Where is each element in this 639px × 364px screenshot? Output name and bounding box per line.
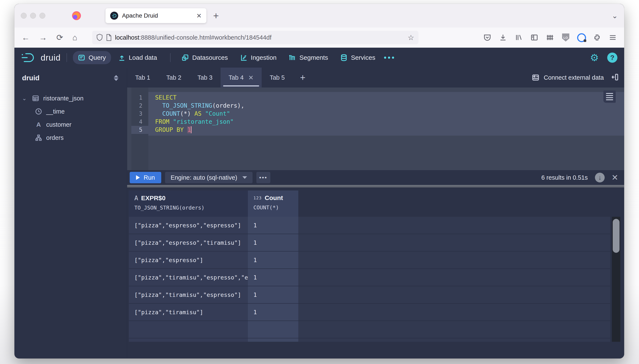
results-header-count[interactable]: 123Count COUNT(*) <box>248 190 298 217</box>
query-tab-2[interactable]: Tab 2 <box>158 68 190 88</box>
nav-item-datasources[interactable]: Datasources <box>176 51 233 64</box>
nav-item-label: Load data <box>129 54 157 61</box>
empty-cell <box>298 269 610 286</box>
close-window-button[interactable] <box>21 13 27 19</box>
result-cell[interactable]: 1 <box>248 269 298 286</box>
browser-tab[interactable]: Apache Druid ✕ <box>106 8 206 23</box>
result-cell[interactable] <box>248 321 298 338</box>
sidebars-icon[interactable] <box>530 33 538 42</box>
forward-icon[interactable]: → <box>39 34 47 42</box>
query-tab-1[interactable]: Tab 1 <box>127 68 158 88</box>
zoom-window-button[interactable] <box>40 13 45 19</box>
result-cell[interactable]: 1 <box>248 217 298 234</box>
engine-select[interactable]: Engine: auto (sql-native) <box>165 172 252 183</box>
editor-gutter: 12345 <box>131 88 148 170</box>
schema-switch-icon[interactable] <box>114 75 118 81</box>
sidebar-column-orders[interactable]: orders <box>22 131 127 144</box>
code-line[interactable]: FROM "ristorante_json" <box>148 118 624 126</box>
string-type-icon: A <box>134 194 138 202</box>
nav-item-services[interactable]: Services <box>335 51 380 64</box>
result-cell[interactable] <box>129 338 248 342</box>
chevron-down-icon[interactable]: ⌄ <box>22 95 28 102</box>
nav-more-button[interactable]: ••• <box>384 53 396 62</box>
result-cell[interactable]: ["pizza","espresso"] <box>129 252 248 269</box>
downloads-icon[interactable] <box>499 33 507 42</box>
sidebar-table-ristorante-json[interactable]: ⌄ ristorante_json <box>22 92 127 105</box>
add-tab-button[interactable]: + <box>300 72 306 83</box>
query-tab-5[interactable]: Tab 5 <box>262 68 293 88</box>
list-tabs-chevron-icon[interactable]: ⌄ <box>612 12 618 20</box>
connect-data-icon <box>532 74 540 81</box>
run-more-button[interactable]: ••• <box>256 172 270 183</box>
code-token: TO_JSON_STRING <box>162 102 212 109</box>
code-token: COUNT <box>162 110 180 117</box>
workbench: Tab 1 Tab 2 Tab 3 Tab 4 ✕ Tab 5 + Connec… <box>127 68 624 358</box>
result-cell[interactable]: 1 <box>248 234 298 252</box>
settings-gear-icon[interactable]: ⚙ <box>590 53 599 62</box>
code-token: "ristorante_json" <box>173 118 234 125</box>
tab-close-icon[interactable]: ✕ <box>248 74 254 81</box>
connect-external-data-button[interactable]: Connect external data <box>532 68 604 88</box>
query-tab-4-active[interactable]: Tab 4 ✕ <box>220 68 262 88</box>
nav-item-query[interactable]: Query <box>73 51 111 64</box>
close-results-icon[interactable]: ✕ <box>612 173 618 182</box>
table-row: ["pizza","espresso","tiramisu"]1 <box>129 234 610 252</box>
result-cell[interactable]: ["pizza","tiramisu","espresso","espresso… <box>129 269 248 286</box>
reload-icon[interactable]: ⟳ <box>56 34 63 42</box>
back-icon[interactable]: ← <box>22 34 30 42</box>
druid-header: druid Query Load data Datasources Ingest… <box>14 48 624 68</box>
collapse-panel-icon[interactable] <box>611 73 619 82</box>
extensions-puzzle-icon[interactable] <box>593 33 601 42</box>
nav-item-load-data[interactable]: Load data <box>113 51 162 64</box>
code-line[interactable]: SELECT <box>148 94 624 102</box>
run-button[interactable]: Run <box>130 172 161 183</box>
minimize-window-button[interactable] <box>30 13 36 19</box>
result-cell[interactable] <box>248 338 298 342</box>
library-icon[interactable] <box>514 33 523 42</box>
query-tab-3[interactable]: Tab 3 <box>190 68 220 88</box>
home-icon[interactable]: ⌂ <box>72 34 77 42</box>
bookmark-star-icon[interactable]: ☆ <box>408 33 414 42</box>
editor-code-area[interactable]: SELECT TO_JSON_STRING(orders), COUNT(*) … <box>148 88 624 170</box>
result-cell[interactable]: 1 <box>248 252 298 269</box>
results-scrollbar-thumb[interactable] <box>613 219 620 253</box>
result-cell[interactable]: 1 <box>248 286 298 304</box>
page-info-icon[interactable] <box>106 34 112 41</box>
adblock-shield-icon[interactable]: LO <box>562 33 570 42</box>
schema-selector[interactable]: druid <box>22 74 127 82</box>
download-results-icon[interactable]: ↓ <box>595 173 605 182</box>
help-icon[interactable]: ? <box>607 52 618 63</box>
sql-editor[interactable]: 12345 SELECT TO_JSON_STRING(orders), COU… <box>127 88 624 170</box>
pocket-icon[interactable] <box>483 33 492 42</box>
code-line[interactable]: COUNT(*) AS "Count" <box>148 110 624 118</box>
column-name: __time <box>46 108 64 115</box>
code-line[interactable]: GROUP BY 1 <box>148 126 624 134</box>
result-cell[interactable]: ["pizza","tiramisu"] <box>129 304 248 321</box>
result-cell[interactable]: ["pizza","espresso","espresso"] <box>129 217 248 234</box>
segments-icon <box>289 54 296 61</box>
code-line[interactable]: TO_JSON_STRING(orders), <box>148 102 624 110</box>
containers-icon[interactable] <box>546 33 554 42</box>
new-tab-button[interactable]: + <box>213 10 219 22</box>
result-cell[interactable] <box>129 321 248 338</box>
nav-item-segments[interactable]: Segments <box>284 51 333 64</box>
menu-hamburger-icon[interactable] <box>608 33 617 42</box>
sidebar-column-customer[interactable]: A customer <box>22 118 127 131</box>
results-grid: AEXPR$0 TO_JSON_STRING(orders) 123Count … <box>129 190 610 342</box>
sidebar-column-time[interactable]: __time <box>22 105 127 118</box>
results-header-expr0[interactable]: AEXPR$0 TO_JSON_STRING(orders) <box>129 190 248 217</box>
vpn-icon[interactable] <box>577 33 586 42</box>
time-icon <box>35 108 42 115</box>
tab-close-icon[interactable]: ✕ <box>196 12 202 20</box>
result-cell[interactable]: ["pizza","espresso","tiramisu"] <box>129 234 248 252</box>
tracking-shield-icon[interactable] <box>96 34 103 41</box>
editor-menu-button[interactable] <box>604 90 616 103</box>
code-token: (*) <box>180 110 194 117</box>
result-cell[interactable]: 1 <box>248 304 298 321</box>
nav-item-ingestion[interactable]: Ingestion <box>235 51 282 64</box>
results-splitter-handle[interactable] <box>127 185 624 188</box>
result-cell[interactable]: ["pizza","tiramisu","espresso"] <box>129 286 248 304</box>
table-name: ristorante_json <box>43 95 84 102</box>
results-scrollbar-track[interactable] <box>612 217 620 342</box>
url-bar[interactable]: localhost:8888/unified-console.html#work… <box>92 31 418 44</box>
